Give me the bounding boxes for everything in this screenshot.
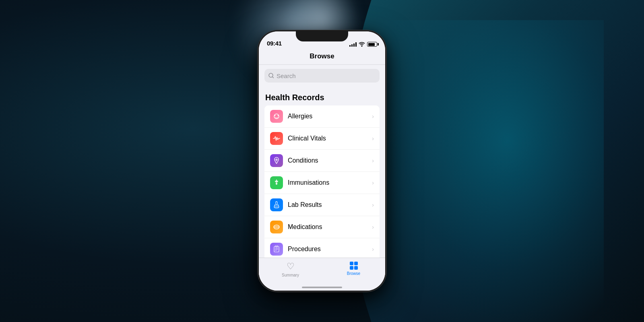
vitals-label: Clinical Vitals bbox=[288, 135, 372, 142]
signal-bar-4 bbox=[355, 42, 357, 47]
health-records-list: Allergies › Clinical Vitals › bbox=[264, 105, 380, 258]
browse-tab-icon bbox=[349, 261, 358, 270]
home-indicator bbox=[302, 287, 342, 288]
phone-device: 09:41 bbox=[258, 30, 386, 292]
tab-summary[interactable]: ♡ Summary bbox=[259, 261, 322, 277]
immunisations-chevron: › bbox=[372, 180, 374, 186]
list-item-allergies[interactable]: Allergies › bbox=[264, 105, 380, 128]
immunisations-label: Immunisations bbox=[288, 179, 372, 186]
signal-bar-1 bbox=[349, 45, 351, 47]
medications-icon bbox=[270, 221, 283, 233]
svg-rect-25 bbox=[350, 266, 353, 270]
svg-point-14 bbox=[274, 225, 279, 229]
search-icon bbox=[268, 73, 274, 78]
search-placeholder-text: Search bbox=[277, 72, 296, 79]
conditions-icon bbox=[270, 154, 283, 167]
signal-bar-2 bbox=[351, 44, 353, 47]
signal-icon bbox=[349, 42, 357, 47]
screen-content: Browse Search Health Records bbox=[259, 49, 385, 291]
signal-bar-3 bbox=[353, 43, 355, 47]
battery-icon bbox=[367, 42, 377, 47]
browse-tab-label: Browse bbox=[347, 271, 360, 276]
tab-browse[interactable]: Browse bbox=[322, 261, 385, 276]
wifi-icon bbox=[359, 42, 365, 47]
phone-screen: 09:41 bbox=[259, 31, 385, 291]
nav-title: Browse bbox=[259, 49, 385, 65]
svg-point-3 bbox=[278, 115, 279, 116]
summary-tab-icon: ♡ bbox=[287, 261, 295, 272]
bg-teal-overlay bbox=[362, 20, 604, 322]
allergies-icon bbox=[270, 110, 283, 123]
list-item-conditions[interactable]: Conditions › bbox=[264, 150, 380, 172]
svg-rect-24 bbox=[354, 262, 358, 265]
phone-wrapper: 09:41 bbox=[258, 30, 386, 292]
list-item-medications[interactable]: Medications › bbox=[264, 216, 380, 238]
procedures-chevron: › bbox=[372, 246, 374, 252]
list-item-procedures[interactable]: Procedures › bbox=[264, 238, 380, 258]
section-title-health-records: Health Records bbox=[259, 93, 385, 105]
lab-icon bbox=[270, 198, 283, 211]
allergies-chevron: › bbox=[372, 113, 374, 120]
list-item-lab-results[interactable]: Lab Results › bbox=[264, 194, 380, 216]
conditions-chevron: › bbox=[372, 157, 374, 164]
battery-fill bbox=[368, 43, 375, 46]
svg-rect-10 bbox=[276, 202, 277, 204]
summary-tab-label: Summary bbox=[282, 273, 299, 277]
lab-results-chevron: › bbox=[372, 202, 374, 208]
svg-rect-8 bbox=[276, 182, 277, 185]
svg-rect-7 bbox=[275, 181, 278, 182]
lab-results-label: Lab Results bbox=[288, 201, 372, 208]
medications-label: Medications bbox=[288, 223, 372, 231]
svg-rect-26 bbox=[354, 266, 358, 270]
status-icons bbox=[349, 42, 377, 47]
list-item-clinical-vitals[interactable]: Clinical Vitals › bbox=[264, 128, 380, 150]
medications-chevron: › bbox=[372, 224, 374, 230]
status-time: 09:41 bbox=[267, 40, 282, 47]
procedures-label: Procedures bbox=[288, 246, 372, 253]
list-item-immunisations[interactable]: Immunisations › bbox=[264, 172, 380, 194]
svg-point-2 bbox=[275, 115, 276, 116]
search-bar[interactable]: Search bbox=[264, 69, 380, 83]
allergies-label: Allergies bbox=[288, 113, 372, 120]
vitals-chevron: › bbox=[372, 135, 374, 142]
immunisations-icon bbox=[270, 176, 283, 189]
procedures-icon bbox=[270, 243, 283, 256]
tab-bar: ♡ Summary Browse bbox=[259, 258, 385, 291]
conditions-label: Conditions bbox=[288, 157, 372, 164]
phone-notch bbox=[296, 30, 348, 41]
vitals-icon bbox=[270, 132, 283, 145]
scroll-area[interactable]: Health Records bbox=[259, 87, 385, 258]
svg-rect-23 bbox=[350, 262, 353, 265]
search-container: Search bbox=[259, 65, 385, 87]
